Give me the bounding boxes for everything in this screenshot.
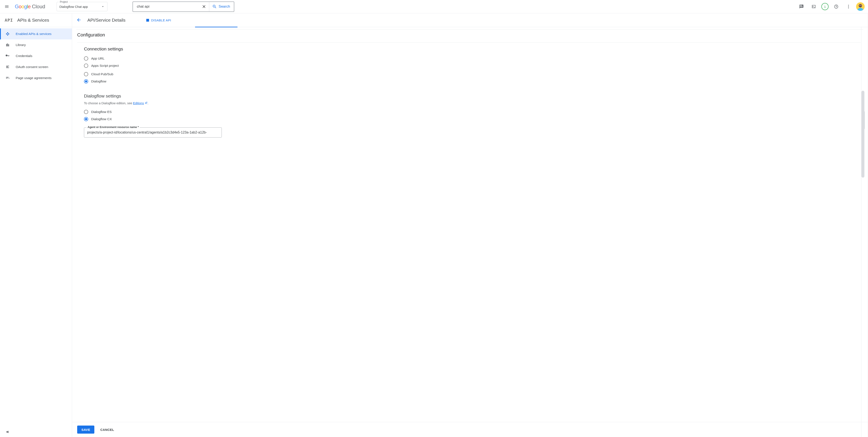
search-button-label: Search	[219, 4, 230, 9]
sidebar-header[interactable]: API APIs & Services	[0, 13, 72, 27]
top-bar: Google Cloud Project Dialogflow Chat app…	[0, 0, 868, 13]
search-button[interactable]: Search	[209, 2, 234, 11]
caret-down-icon	[101, 5, 105, 8]
sidebar: API APIs & Services Enabled APIs & servi…	[0, 13, 72, 437]
google-wordmark: Google	[15, 4, 31, 9]
dialogflow-helper: To choose a Dialogflow edition, see Edit…	[84, 101, 861, 105]
help-icon	[834, 4, 839, 9]
google-cloud-logo[interactable]: Google Cloud	[15, 4, 54, 9]
connection-heading: Connection settings	[84, 46, 861, 52]
svg-point-2	[848, 8, 849, 8]
search-input[interactable]	[133, 2, 199, 11]
key-icon	[5, 54, 10, 58]
dialogflow-heading: Dialogflow settings	[84, 93, 861, 98]
more-vert-icon	[846, 4, 851, 9]
sidebar-nav: Enabled APIs & services Library Credenti…	[0, 27, 72, 84]
sidebar-item-label: Page usage agreements	[16, 76, 52, 80]
account-avatar[interactable]	[856, 2, 865, 11]
sidebar-item-enabled-apis[interactable]: Enabled APIs & services	[0, 28, 72, 39]
main-pane: API/Service Details DISABLE API Configur…	[72, 13, 868, 437]
cloud-shell-button[interactable]	[809, 2, 818, 11]
radio-icon	[84, 72, 88, 76]
sidebar-collapse-button[interactable]	[0, 427, 72, 437]
sidebar-item-page-usage[interactable]: Page usage agreements	[0, 72, 72, 84]
search-clear-button[interactable]	[199, 2, 209, 11]
consent-icon	[5, 65, 10, 69]
api-mark-icon: API	[5, 18, 13, 23]
helper-prefix: To choose a Dialogflow edition, see	[84, 101, 133, 105]
connection-option-dialogflow[interactable]: Dialogflow	[84, 78, 861, 85]
radio-icon	[84, 56, 88, 61]
page-divider	[76, 29, 863, 30]
chat-button[interactable]	[797, 2, 806, 11]
project-picker[interactable]: Project Dialogflow Chat app	[57, 2, 107, 11]
scrollbar-thumb[interactable]	[861, 91, 864, 178]
hamburger-icon	[4, 4, 9, 9]
radio-label: App URL	[91, 57, 104, 60]
svg-point-6	[860, 5, 860, 6]
radio-label: Cloud Pub/Sub	[91, 72, 113, 76]
diamond-icon	[5, 32, 10, 36]
terminal-icon	[811, 4, 816, 9]
config-heading: Configuration	[77, 32, 861, 38]
notifications-badge[interactable]: 1	[822, 3, 829, 10]
cancel-button[interactable]: CANCEL	[100, 428, 114, 432]
content-scroll[interactable]: Configuration Connection settings App UR…	[72, 27, 868, 422]
helper-suffix: .	[148, 101, 148, 105]
library-icon	[5, 43, 10, 47]
radio-label: Dialogflow	[91, 80, 106, 83]
connection-option-app-url[interactable]: App URL	[84, 55, 861, 62]
svg-point-7	[861, 5, 861, 6]
search-icon	[212, 4, 217, 9]
sidebar-item-label: Library	[16, 43, 26, 47]
svg-point-1	[848, 6, 849, 7]
avatar-icon	[856, 2, 865, 11]
sidebar-section-title: APIs & Services	[17, 18, 49, 23]
active-tab-indicator	[195, 27, 238, 27]
edition-option-es[interactable]: Dialogflow ES	[84, 108, 861, 116]
connection-option-pubsub[interactable]: Cloud Pub/Sub	[84, 70, 861, 78]
radio-label: Apps Script project	[91, 64, 119, 68]
stop-icon	[146, 19, 149, 22]
sidebar-item-label: Enabled APIs & services	[16, 32, 52, 36]
agreement-icon	[5, 76, 10, 80]
radio-icon	[84, 117, 88, 121]
sidebar-item-label: OAuth consent screen	[16, 65, 48, 69]
project-picker-label: Project	[59, 0, 68, 3]
svg-rect-8	[8, 431, 9, 433]
more-button[interactable]	[844, 2, 853, 11]
disable-api-button[interactable]: DISABLE API	[146, 19, 171, 22]
agent-resource-field: Agent or Environment resource name *	[84, 127, 222, 137]
sidebar-item-credentials[interactable]: Credentials	[0, 51, 72, 61]
page-title: API/Service Details	[87, 18, 125, 23]
chevron-left-icon	[5, 430, 10, 434]
radio-label: Dialogflow CX	[91, 117, 112, 121]
help-button[interactable]	[832, 2, 841, 11]
connection-option-apps-script[interactable]: Apps Script project	[84, 62, 861, 69]
save-button[interactable]: SAVE	[77, 426, 94, 434]
edition-option-cx[interactable]: Dialogflow CX	[84, 116, 861, 123]
radio-icon	[84, 110, 88, 114]
external-link-icon	[145, 101, 148, 104]
disable-api-label: DISABLE API	[151, 19, 171, 22]
close-icon	[202, 4, 206, 9]
cloud-wordmark: Cloud	[32, 4, 45, 9]
svg-point-0	[848, 5, 849, 6]
editions-link[interactable]: Editions	[133, 101, 144, 105]
sidebar-item-library[interactable]: Library	[0, 39, 72, 51]
search-bar: Search	[132, 1, 234, 12]
page-header: API/Service Details DISABLE API	[72, 13, 868, 27]
agent-resource-input[interactable]	[84, 127, 222, 137]
main-menu-button[interactable]	[2, 1, 12, 12]
radio-label: Dialogflow ES	[91, 110, 112, 114]
sidebar-item-oauth-consent[interactable]: OAuth consent screen	[0, 61, 72, 72]
radio-icon	[84, 79, 88, 84]
agent-field-label: Agent or Environment resource name *	[87, 125, 140, 129]
back-button[interactable]	[76, 18, 82, 23]
notifications-count: 1	[824, 5, 826, 8]
chat-icon	[799, 4, 804, 9]
page-footer: SAVE CANCEL	[72, 422, 868, 437]
radio-icon	[84, 64, 88, 68]
arrow-left-icon	[76, 18, 82, 23]
project-picker-value: Dialogflow Chat app	[59, 5, 101, 8]
